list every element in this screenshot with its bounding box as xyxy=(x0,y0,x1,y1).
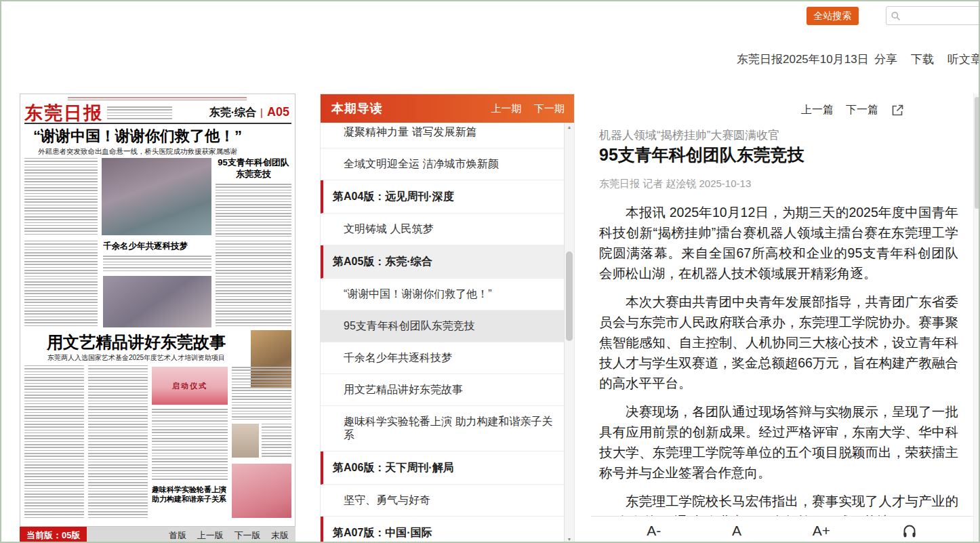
toc-header: 本期导读 上一期 下一期 xyxy=(321,94,574,123)
edition-divider: | xyxy=(260,106,263,118)
toc-scrollbar[interactable]: ▲ ▼ xyxy=(564,123,574,543)
toc-item-article[interactable]: 全域文明迎全运 洁净城市焕新颜 xyxy=(321,148,564,180)
toc-item-section[interactable]: 第A06版：天下周刊·解局 xyxy=(321,451,564,485)
article-body: 本报讯 2025年10月12日，为期三天的2025年度中国青年科技创新“揭榜挂帅… xyxy=(599,202,958,516)
issue-date-label: 东莞日报2025年10月13日 xyxy=(737,52,869,67)
paper-photo-launch-ceremony: 启动仪式 xyxy=(152,367,228,405)
article-title: 95支青年科创团队东莞竞技 xyxy=(599,144,804,166)
article-kicker: 机器人领域“揭榜挂帅”大赛圆满收官 xyxy=(599,127,779,143)
issue-nav: 上一期 下一期 xyxy=(482,102,565,115)
site-search-button[interactable]: 全站搜索 xyxy=(807,7,859,25)
paper-headline-mid: 千余名少年共逐科技梦 xyxy=(103,241,211,252)
paper-photo-event xyxy=(232,464,291,518)
epaper-reader-page: 全站搜索 东莞日报2025年10月13日 分享 下载 听文章 东莞日报 东莞·综… xyxy=(0,0,980,543)
site-search-input[interactable] xyxy=(904,11,979,21)
headphones-icon[interactable] xyxy=(901,523,918,539)
paper-subhead-second: 东莞两人入选国家艺术基金2025年度艺术人才培训资助项目 xyxy=(26,353,247,363)
article-paragraph: 本次大赛由共青团中央青年发展部指导，共青团广东省委员会与东莞市人民政府联合承办，… xyxy=(599,291,958,393)
search-icon xyxy=(891,11,901,21)
paper-section-label: 东莞·综合 xyxy=(209,106,256,120)
last-page-link[interactable]: 末版 xyxy=(271,530,289,540)
toc-item-article[interactable]: 千余名少年共逐科技梦 xyxy=(321,342,564,374)
listen-article-link[interactable]: 听文章 xyxy=(947,52,980,67)
newspaper-preview-panel: 东莞日报 东莞·综合 | A05 “谢谢中国！谢谢你们救了他！” 外籍患者突发致… xyxy=(20,94,295,543)
toc-item-article[interactable]: 凝聚精神力量 谱写发展新篇 xyxy=(321,123,564,148)
article-nav: 上一篇 下一篇 xyxy=(801,103,904,117)
external-link-icon[interactable] xyxy=(891,104,904,117)
paper-dateline-sim xyxy=(68,97,247,100)
paper-text-columns-sim xyxy=(24,241,98,327)
paper-edition-header: 东莞·综合 | A05 xyxy=(209,105,289,120)
toc-item-article[interactable]: 用文艺精品讲好东莞故事 xyxy=(321,374,564,406)
prev-page-link[interactable]: 上一版 xyxy=(197,530,224,540)
prev-article-link[interactable]: 上一篇 xyxy=(801,103,834,117)
paper-text-columns-sim xyxy=(103,256,211,272)
paper-headline-right: 95支青年科创团队东莞竞技 xyxy=(216,157,291,180)
toc-item-article[interactable]: “谢谢中国！谢谢你们救了他！” xyxy=(321,279,564,310)
article-scrollbar[interactable] xyxy=(973,94,980,543)
toc-panel: 本期导读 上一期 下一期 凝聚精神力量 谱写发展新篇 全域文明迎全运 洁净城市焕… xyxy=(320,94,575,543)
article-paragraph: 东莞理工学院校长马宏伟指出，赛事实现了人才与产业的“双向奔赴”，通过“企业出题、… xyxy=(599,491,958,516)
paper-pager: 当前版：05版 首版 上一版 下一版 末版 xyxy=(20,527,295,543)
share-link[interactable]: 分享 xyxy=(874,52,897,67)
toc-item-section-current[interactable]: 第A05版：东莞·综合 xyxy=(321,245,564,279)
article-scrollbar-thumb[interactable] xyxy=(975,97,979,209)
paper-text-columns-sim xyxy=(152,409,228,481)
next-issue-link[interactable]: 下一期 xyxy=(534,102,565,114)
article-paragraph: 决赛现场，各团队通过现场答辩与实物展示，呈现了一批具有应用前景的创新成果。经过严… xyxy=(599,401,958,483)
masthead-rule xyxy=(24,123,291,124)
site-search-box[interactable] xyxy=(886,6,980,25)
paper-headline-main: “谢谢中国！谢谢你们救了他！” xyxy=(26,126,249,146)
paper-photo-ward xyxy=(103,276,211,327)
paper-photo-caption: 启动仪式 xyxy=(172,381,207,391)
prev-issue-link[interactable]: 上一期 xyxy=(491,102,522,114)
toc-item-article[interactable]: 坚守、勇气与好奇 xyxy=(321,485,564,517)
toc-title: 本期导读 xyxy=(331,100,383,117)
current-page-label: 当前版：05版 xyxy=(20,527,87,543)
paper-text-columns-sim xyxy=(232,367,291,420)
toc-scrollbar-thumb[interactable] xyxy=(566,252,573,341)
paper-text-columns-sim xyxy=(216,241,291,327)
next-article-link[interactable]: 下一篇 xyxy=(846,103,878,117)
font-decrease-button[interactable]: A- xyxy=(647,523,661,539)
paper-masthead: 东莞日报 xyxy=(24,101,103,125)
font-reset-button[interactable]: A xyxy=(732,523,741,539)
paper-text-columns-sim xyxy=(88,365,148,519)
paper-photo-banner-group xyxy=(102,158,211,235)
paper-pager-links: 首版 上一版 下一版 末版 xyxy=(87,527,295,543)
toc-list: 凝聚精神力量 谱写发展新篇 全域文明迎全运 洁净城市焕新颜 第A04版：远见周刊… xyxy=(321,123,564,543)
paper-headline-second: 用文艺精品讲好东莞故事 xyxy=(26,331,247,353)
paper-text-columns-sim xyxy=(24,365,84,519)
paper-headline-bottom: 趣味科学实验轮番上演 助力构建和谐亲子关系 xyxy=(152,485,232,520)
paper-subhead-main: 外籍患者突发致命出血命悬一线，桥头医院成功救援获家属感谢 xyxy=(26,147,249,157)
first-page-link[interactable]: 首版 xyxy=(169,530,186,540)
toc-item-article-selected[interactable]: 95支青年科创团队东莞竞技 xyxy=(321,310,564,342)
download-link[interactable]: 下载 xyxy=(911,52,934,67)
article-paragraph: 本报讯 2025年10月12日，为期三天的2025年度中国青年科技创新“揭榜挂帅… xyxy=(599,202,958,283)
toc-item-section[interactable]: 第A04版：远见周刊·深度 xyxy=(321,180,564,214)
article-byline: 东莞日报 记者 赵浍锐 2025-10-13 xyxy=(599,178,751,190)
article-toolbar: A- A A+ xyxy=(591,516,973,543)
toc-item-article[interactable]: 文明铸城 人民筑梦 xyxy=(321,214,564,245)
scroll-down-icon[interactable]: ▼ xyxy=(565,537,574,542)
newspaper-page-thumbnail[interactable]: 东莞日报 东莞·综合 | A05 “谢谢中国！谢谢你们救了他！” 外籍患者突发致… xyxy=(20,94,295,527)
next-page-link[interactable]: 下一版 xyxy=(234,530,260,540)
toc-item-section[interactable]: 第A07版：中国·国际 xyxy=(321,517,564,543)
paper-masthead-info-sim xyxy=(107,106,172,120)
paper-page-number: A05 xyxy=(267,105,289,119)
article-panel: 上一篇 下一篇 机器人领域“揭榜挂帅”大赛圆满收官 95支青年科创团队东莞竞技 … xyxy=(591,94,980,543)
paper-text-columns-sim xyxy=(262,424,291,458)
paper-text-columns-sim xyxy=(216,184,291,237)
paper-text-columns-sim xyxy=(24,158,98,237)
paper-photo-portrait xyxy=(232,424,259,458)
scroll-up-icon[interactable]: ▲ xyxy=(565,125,574,129)
font-increase-button[interactable]: A+ xyxy=(813,523,830,539)
toc-item-article[interactable]: 趣味科学实验轮番上演 助力构建和谐亲子关系 xyxy=(321,406,564,451)
